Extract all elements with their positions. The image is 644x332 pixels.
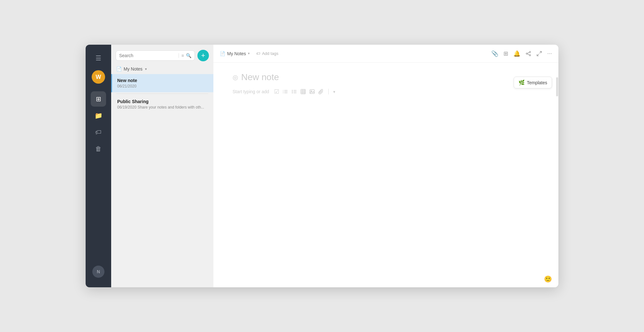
- svg-line-6: [537, 54, 539, 56]
- templates-label: Templates: [527, 80, 547, 85]
- scroll-thumb: [556, 77, 558, 96]
- sidebar-divider: [116, 94, 208, 94]
- nav-item-folders[interactable]: 📁: [91, 108, 106, 123]
- list-item[interactable]: New note 06/21/2020: [111, 74, 213, 92]
- menu-icon[interactable]: ☰: [92, 51, 104, 65]
- svg-text:3: 3: [283, 92, 284, 94]
- nav-item-dashboard[interactable]: ⊞: [91, 91, 106, 107]
- note-title: Public Sharing: [117, 99, 208, 104]
- notes-list: New note 06/21/2020 Public Sharing 06/19…: [111, 74, 213, 287]
- svg-point-2: [529, 55, 531, 56]
- note-title-placeholder: New note: [241, 72, 279, 82]
- notification-icon[interactable]: 🔔: [513, 50, 520, 57]
- svg-line-3: [527, 52, 529, 53]
- nav-item-tags[interactable]: 🏷: [91, 124, 106, 140]
- breadcrumb-location: My Notes: [227, 51, 246, 56]
- ordered-list-icon[interactable]: 1 2 3: [282, 89, 288, 94]
- templates-button[interactable]: 🌿 Templates: [514, 77, 552, 88]
- add-tags-button[interactable]: 🏷 Add tags: [254, 50, 281, 57]
- unordered-list-icon[interactable]: [291, 89, 297, 94]
- trash-icon: 🗑: [95, 145, 102, 153]
- tag-icon: 🏷: [256, 51, 260, 56]
- note-status-icon: ◎: [233, 73, 238, 81]
- more-options-icon[interactable]: ···: [547, 50, 552, 57]
- tag-icon: 🏷: [95, 129, 102, 136]
- image-icon[interactable]: [309, 89, 315, 94]
- dashboard-icon: ⊞: [96, 95, 101, 103]
- attachment-toolbar-icon[interactable]: [318, 89, 324, 94]
- svg-point-1: [526, 53, 527, 54]
- toolbar-prompt: Start typing or add: [233, 89, 269, 94]
- note-title-area: ◎ New note: [233, 72, 539, 82]
- sidebar-header: ≡ 🔍 +: [111, 45, 213, 64]
- nav-items: ⊞ 📁 🏷 🗑: [91, 91, 106, 263]
- templates-icon: 🌿: [518, 79, 525, 86]
- svg-point-15: [292, 93, 293, 94]
- breadcrumb-chevron-icon: ▾: [248, 51, 250, 56]
- note-title: New note: [117, 78, 208, 83]
- note-toolbar: Start typing or add ☑ 1 2 3: [233, 88, 539, 95]
- checkbox-icon[interactable]: ☑: [274, 88, 279, 95]
- add-note-button[interactable]: +: [197, 50, 209, 61]
- section-chevron-icon: ▾: [145, 67, 147, 71]
- svg-point-14: [292, 91, 293, 92]
- nav-bar: ☰ W ⊞ 📁 🏷 🗑 N: [86, 45, 111, 287]
- grid-view-icon[interactable]: ⊞: [503, 50, 508, 57]
- svg-line-5: [540, 51, 541, 53]
- scroll-track[interactable]: [556, 77, 558, 287]
- search-icon[interactable]: 🔍: [186, 53, 191, 58]
- my-notes-section-header[interactable]: 📄 My Notes ▾: [111, 64, 213, 74]
- svg-rect-19: [301, 89, 305, 94]
- toolbar-more-icon[interactable]: ▾: [333, 89, 335, 94]
- attachment-icon[interactable]: 📎: [491, 50, 498, 57]
- list-item[interactable]: Public Sharing 06/19/2020 Share your not…: [111, 95, 213, 113]
- section-title: My Notes: [124, 66, 142, 72]
- header-actions: 📎 ⊞ 🔔: [491, 50, 552, 57]
- filter-icon[interactable]: ≡: [181, 53, 184, 58]
- note-date: 06/21/2020: [117, 84, 208, 88]
- search-input[interactable]: [119, 53, 176, 58]
- sidebar: ≡ 🔍 + 📄 My Notes ▾ New note 06/21/2020 P…: [111, 45, 213, 287]
- user-avatar[interactable]: N: [92, 266, 104, 278]
- svg-point-0: [529, 51, 531, 53]
- emoji-button[interactable]: 🙂: [544, 275, 552, 283]
- breadcrumb: 📄 My Notes ▾: [220, 51, 250, 56]
- note-editor[interactable]: ◎ New note Start typing or add ☑ 1 2 3: [213, 63, 558, 287]
- section-folder-icon: 📄: [116, 66, 122, 72]
- search-divider: [179, 53, 179, 58]
- note-meta: 06/19/2020 Share your notes and folders …: [117, 105, 208, 109]
- share-icon[interactable]: [525, 51, 531, 57]
- folder-icon: 📁: [95, 112, 103, 119]
- svg-point-13: [292, 90, 293, 91]
- search-box: ≡ 🔍: [116, 50, 195, 61]
- main-header: 📄 My Notes ▾ 🏷 Add tags 📎 ⊞ 🔔: [213, 45, 558, 63]
- main-content: 📄 My Notes ▾ 🏷 Add tags 📎 ⊞ 🔔: [213, 45, 558, 287]
- nav-bottom: N: [92, 266, 104, 281]
- table-icon[interactable]: [300, 89, 306, 94]
- nav-item-trash[interactable]: 🗑: [91, 141, 106, 156]
- expand-icon[interactable]: [536, 51, 542, 57]
- toolbar-separator: [328, 89, 329, 94]
- svg-line-4: [527, 54, 529, 55]
- workspace-avatar[interactable]: W: [92, 70, 105, 84]
- breadcrumb-folder-icon: 📄: [220, 51, 225, 56]
